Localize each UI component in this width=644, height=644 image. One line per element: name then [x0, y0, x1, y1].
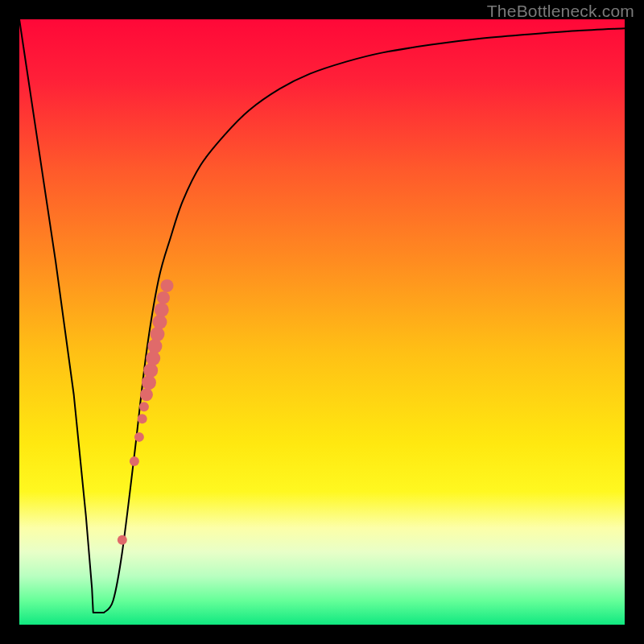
watermark-text: TheBottleneck.com: [487, 2, 634, 21]
marker-point: [138, 414, 147, 423]
plot-background: [19, 19, 625, 625]
chart-container: TheBottleneck.com: [0, 0, 644, 644]
marker-point: [140, 388, 153, 401]
marker-point: [152, 315, 167, 329]
marker-point: [142, 375, 156, 390]
marker-point: [157, 291, 170, 304]
marker-point: [134, 432, 144, 442]
marker-point: [150, 327, 164, 341]
marker-point: [143, 363, 158, 378]
marker-point: [155, 303, 169, 317]
marker-point: [130, 456, 139, 466]
marker-point: [160, 279, 173, 292]
marker-point: [147, 339, 162, 353]
marker-point: [118, 535, 127, 545]
marker-point: [139, 402, 149, 411]
chart-svg: [0, 0, 644, 644]
marker-point: [146, 351, 160, 365]
